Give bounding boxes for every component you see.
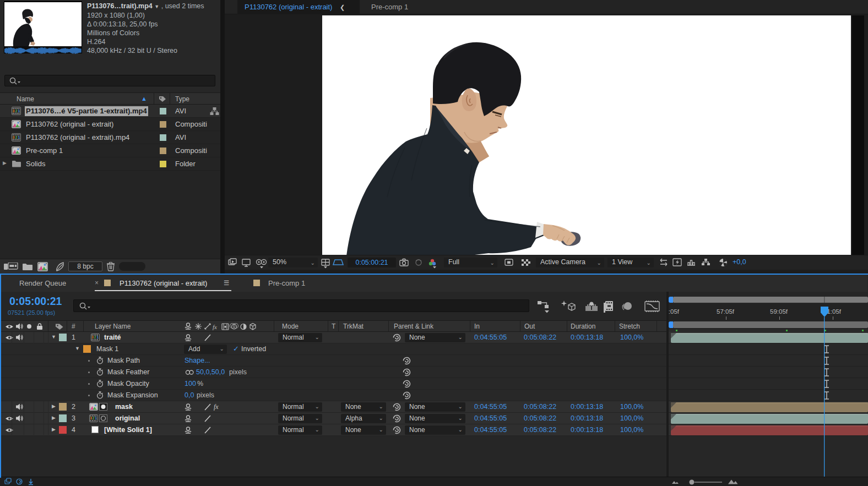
svg-text:1: 1	[18, 135, 20, 139]
svg-text:2: 2	[15, 109, 18, 113]
svg-text:55:05f: 55:05f	[669, 308, 680, 315]
svg-text:57:05f: 57:05f	[717, 308, 735, 315]
svg-text:3: 3	[91, 335, 94, 339]
svg-text:2: 2	[15, 135, 18, 139]
svg-text:2: 2	[94, 335, 96, 339]
svg-text:2: 2	[93, 416, 95, 420]
svg-text:fx: fx	[213, 324, 217, 330]
svg-text:3: 3	[13, 135, 15, 139]
svg-text:1: 1	[18, 109, 20, 113]
svg-text:59:05f: 59:05f	[770, 308, 788, 315]
svg-text:1: 1	[97, 335, 99, 339]
svg-text:1: 1	[95, 416, 97, 420]
svg-text:3: 3	[90, 416, 92, 420]
svg-text:3: 3	[13, 109, 15, 113]
